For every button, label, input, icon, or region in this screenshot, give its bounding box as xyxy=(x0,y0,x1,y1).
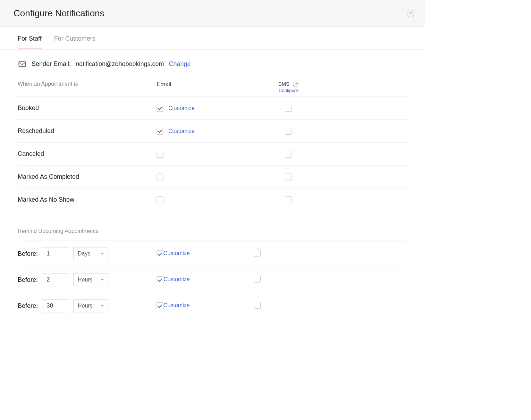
sms-configure-link[interactable]: Configure xyxy=(254,88,323,93)
sms-checkbox[interactable] xyxy=(254,250,261,257)
reminder-before-cell: Before:Days xyxy=(18,247,157,260)
sms-checkbox[interactable] xyxy=(285,128,292,135)
event-row: Marked As Completed xyxy=(18,166,407,188)
sms-help-icon[interactable]: ? xyxy=(293,82,298,87)
event-row: BookedCustomize xyxy=(18,97,407,120)
email-checkbox[interactable] xyxy=(157,174,163,180)
sms-checkbox[interactable] xyxy=(254,302,261,309)
reminder-row: Before:DaysCustomize xyxy=(18,241,407,267)
page-title: Configure Notifications xyxy=(14,8,104,19)
event-sms-cell xyxy=(254,174,323,180)
change-sender-link[interactable]: Change xyxy=(169,60,191,68)
sms-checkbox[interactable] xyxy=(285,174,292,180)
event-email-cell xyxy=(157,151,254,158)
reminder-unit-select[interactable]: Days xyxy=(73,247,108,260)
sms-checkbox[interactable] xyxy=(285,151,292,158)
columns-header: When an Appointment is Email SMS ? Confi… xyxy=(18,77,407,97)
reminder-row: Before:HoursCustomize xyxy=(18,293,407,319)
email-checkbox[interactable] xyxy=(157,196,163,203)
email-column-label: Email xyxy=(157,81,254,88)
email-checkbox[interactable] xyxy=(157,128,163,135)
event-sms-cell xyxy=(254,196,323,203)
help-icon[interactable]: ? xyxy=(407,10,414,17)
before-label: Before: xyxy=(18,250,38,258)
reminder-unit-value: Hours xyxy=(78,277,93,283)
event-email-cell xyxy=(157,196,254,203)
reminder-value-input[interactable] xyxy=(42,247,69,260)
page-header: Configure Notifications ? xyxy=(0,0,425,27)
reminder-email-cell: Customize xyxy=(157,276,254,284)
sms-column-label: SMS xyxy=(278,81,290,87)
event-sms-cell xyxy=(254,128,323,135)
email-checkbox[interactable] xyxy=(157,105,163,112)
sms-checkbox[interactable] xyxy=(254,276,261,283)
event-name: Marked As Completed xyxy=(18,173,157,180)
reminder-value-input[interactable] xyxy=(42,273,69,286)
reminder-row: Before:HoursCustomize xyxy=(18,267,407,293)
tab-for-staff[interactable]: For Staff xyxy=(18,27,42,49)
reminder-value-input[interactable] xyxy=(42,299,69,312)
reminder-unit-select[interactable]: Hours xyxy=(73,273,108,286)
customize-link[interactable]: Customize xyxy=(163,276,190,282)
event-row: RescheduledCustomize xyxy=(18,120,407,143)
reminders-section-label: Remind Upcoming Appointments xyxy=(18,222,407,241)
event-sms-cell xyxy=(254,151,323,158)
event-email-cell xyxy=(157,174,254,180)
reminder-unit-select[interactable]: Hours xyxy=(73,299,108,312)
reminder-email-cell: Customize xyxy=(157,302,254,310)
event-name: Booked xyxy=(18,104,157,112)
customize-link[interactable]: Customize xyxy=(168,105,195,111)
before-label: Before: xyxy=(18,276,38,284)
event-sms-cell xyxy=(254,105,323,112)
sms-checkbox[interactable] xyxy=(285,196,292,203)
tab-for-customers[interactable]: For Customers xyxy=(54,27,95,49)
mail-icon xyxy=(18,59,27,68)
event-row: Canceled xyxy=(18,143,407,166)
customize-link[interactable]: Customize xyxy=(168,128,195,134)
reminder-sms-cell xyxy=(254,250,323,258)
reminder-email-cell: Customize xyxy=(157,250,254,258)
reminder-sms-cell xyxy=(254,276,323,284)
customize-link[interactable]: Customize xyxy=(163,250,190,256)
chevron-down-icon xyxy=(101,304,104,308)
sender-email-value: notification@zohobookings.com xyxy=(76,60,164,68)
sender-email-label: Sender Email: xyxy=(32,60,71,68)
reminder-before-cell: Before:Hours xyxy=(18,273,157,286)
event-name: Rescheduled xyxy=(18,127,157,135)
reminder-unit-value: Hours xyxy=(78,303,93,309)
svg-rect-0 xyxy=(19,62,26,67)
email-checkbox[interactable] xyxy=(157,151,163,158)
event-row: Marked As No Show xyxy=(18,188,407,211)
appointment-column-label: When an Appointment is xyxy=(18,81,157,87)
customize-link[interactable]: Customize xyxy=(163,302,190,308)
email-checkbox[interactable] xyxy=(157,276,163,283)
email-checkbox[interactable] xyxy=(157,250,163,257)
chevron-down-icon xyxy=(101,278,104,282)
events-list: BookedCustomizeRescheduledCustomizeCance… xyxy=(18,97,407,211)
email-checkbox[interactable] xyxy=(157,302,163,309)
sms-checkbox[interactable] xyxy=(285,105,292,112)
chevron-down-icon xyxy=(101,252,104,255)
reminder-before-cell: Before:Hours xyxy=(18,299,157,312)
event-name: Canceled xyxy=(18,150,157,158)
reminder-sms-cell xyxy=(254,302,323,310)
notifications-panel: Configure Notifications ? For Staff For … xyxy=(0,0,425,336)
tabs: For Staff For Customers xyxy=(0,27,425,50)
content-area: When an Appointment is Email SMS ? Confi… xyxy=(0,77,425,333)
sender-email-row: Sender Email: notification@zohobookings.… xyxy=(0,50,425,77)
before-label: Before: xyxy=(18,302,38,310)
sms-column-header: SMS ? Configure xyxy=(254,81,323,93)
event-email-cell: Customize xyxy=(157,105,254,112)
event-email-cell: Customize xyxy=(157,128,254,135)
reminder-unit-value: Days xyxy=(78,251,90,257)
reminders-list: Before:DaysCustomizeBefore:HoursCustomiz… xyxy=(18,241,407,319)
event-name: Marked As No Show xyxy=(18,196,157,203)
